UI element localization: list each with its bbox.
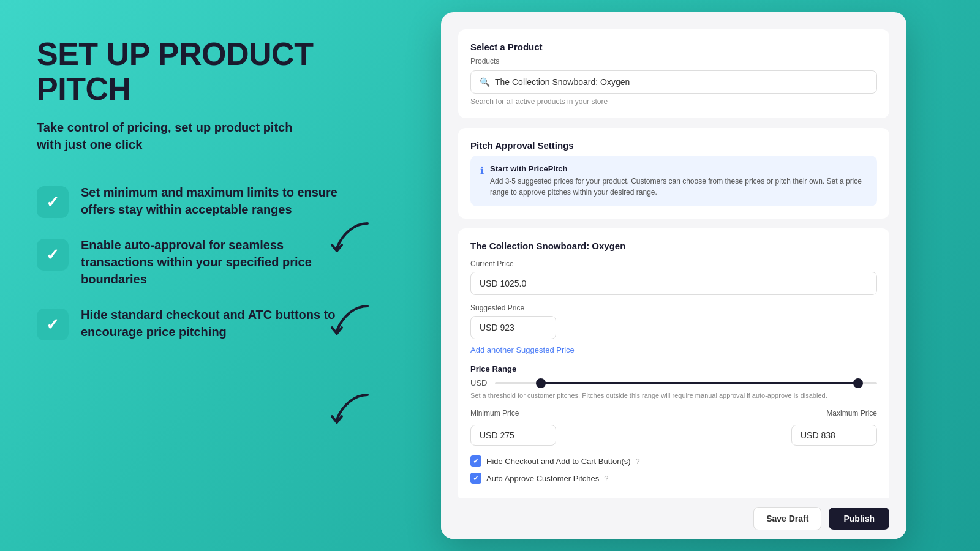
left-panel: SET UP PRODUCT PITCH Take control of pri… bbox=[0, 0, 380, 551]
price-range-label: Price Range bbox=[470, 364, 877, 373]
form-body: Select a Product Products 🔍 The Collecti… bbox=[441, 12, 907, 498]
product-search-hint: Search for all active products in your s… bbox=[470, 97, 877, 106]
price-range-slider[interactable] bbox=[495, 382, 877, 384]
select-product-title: Select a Product bbox=[470, 42, 877, 52]
hide-checkout-check-icon: ✓ bbox=[473, 457, 479, 465]
form-footer: Save Draft Publish bbox=[441, 498, 907, 539]
pitch-approval-title: Pitch Approval Settings bbox=[470, 140, 877, 151]
publish-button[interactable]: Publish bbox=[829, 508, 889, 530]
auto-approve-check-icon: ✓ bbox=[473, 474, 479, 482]
suggested-price-row: USD 923 bbox=[470, 316, 877, 339]
feature-item-checkout: ✓ Hide standard checkout and ATC buttons… bbox=[37, 306, 349, 340]
max-price-column: Maximum Price USD 838 bbox=[791, 409, 877, 446]
arrow-1-icon bbox=[325, 220, 374, 257]
product-search-input[interactable]: 🔍 The Collection Snowboard: Oxygen bbox=[470, 70, 877, 94]
check-box-autoapproval: ✓ bbox=[37, 239, 69, 271]
info-icon: ℹ bbox=[480, 165, 484, 176]
slider-usd-label: USD bbox=[470, 378, 489, 388]
product-search-value: The Collection Snowboard: Oxygen bbox=[495, 77, 630, 87]
slider-hint: Set a threshold for customer pitches. Pi… bbox=[470, 391, 877, 400]
arrow-3-icon bbox=[325, 392, 374, 429]
auto-approve-row: ✓ Auto Approve Customer Pitches ? bbox=[470, 473, 877, 484]
save-draft-button[interactable]: Save Draft bbox=[753, 507, 821, 530]
min-price-label: Minimum Price bbox=[470, 409, 556, 418]
feature-text-checkout: Hide standard checkout and ATC buttons t… bbox=[81, 306, 349, 340]
add-suggested-price-link[interactable]: Add another Suggested Price bbox=[470, 345, 575, 354]
info-banner-text: Add 3-5 suggested prices for your produc… bbox=[490, 176, 867, 198]
page-title: SET UP PRODUCT PITCH bbox=[37, 37, 349, 107]
products-label: Products bbox=[470, 57, 877, 66]
hide-checkout-row: ✓ Hide Checkout and Add to Cart Button(s… bbox=[470, 455, 877, 467]
pitch-approval-section: Pitch Approval Settings ℹ Start with Pri… bbox=[458, 128, 889, 219]
info-banner: ℹ Start with PricePitch Add 3-5 suggeste… bbox=[470, 156, 877, 206]
features-list: ✓ Set minimum and maximum limits to ensu… bbox=[37, 184, 349, 340]
page-subtitle: Take control of pricing, set up product … bbox=[37, 119, 349, 153]
feature-text-autoapproval: Enable auto-approval for seamless transa… bbox=[81, 236, 349, 288]
check-icon-checkout: ✓ bbox=[46, 315, 59, 334]
max-price-input[interactable]: USD 838 bbox=[791, 425, 877, 446]
product-details-name: The Collection Snowboard: Oxygen bbox=[470, 241, 877, 251]
feature-item-limits: ✓ Set minimum and maximum limits to ensu… bbox=[37, 184, 349, 218]
feature-text-limits: Set minimum and maximum limits to ensure… bbox=[81, 184, 349, 218]
auto-approve-checkbox[interactable]: ✓ bbox=[470, 473, 481, 484]
check-box-limits: ✓ bbox=[37, 186, 69, 218]
slider-thumb-left[interactable] bbox=[536, 378, 546, 388]
auto-approve-help-icon[interactable]: ? bbox=[604, 474, 608, 483]
hide-checkout-checkbox[interactable]: ✓ bbox=[470, 455, 481, 467]
hide-checkout-help-icon[interactable]: ? bbox=[636, 457, 640, 466]
right-panel: Select a Product Products 🔍 The Collecti… bbox=[380, 0, 980, 551]
suggested-price-input[interactable]: USD 923 bbox=[470, 316, 556, 339]
select-product-section: Select a Product Products 🔍 The Collecti… bbox=[458, 29, 889, 118]
hide-checkout-label: Hide Checkout and Add to Cart Button(s) bbox=[486, 457, 631, 466]
feature-item-autoapproval: ✓ Enable auto-approval for seamless tran… bbox=[37, 236, 349, 288]
auto-approve-label: Auto Approve Customer Pitches bbox=[486, 474, 599, 483]
min-price-input[interactable]: USD 275 bbox=[470, 425, 556, 446]
min-max-price-row: Minimum Price USD 275 Maximum Price USD … bbox=[470, 409, 877, 446]
current-price-label: Current Price bbox=[470, 260, 877, 268]
search-icon: 🔍 bbox=[480, 77, 490, 87]
arrow-2-icon bbox=[325, 303, 374, 340]
slider-fill bbox=[541, 382, 858, 384]
form-card: Select a Product Products 🔍 The Collecti… bbox=[441, 12, 907, 539]
check-icon-limits: ✓ bbox=[46, 193, 59, 212]
check-icon-autoapproval: ✓ bbox=[46, 246, 59, 264]
slider-thumb-right[interactable] bbox=[853, 378, 863, 388]
product-details-section: The Collection Snowboard: Oxygen Current… bbox=[458, 228, 889, 498]
min-price-column: Minimum Price USD 275 bbox=[470, 409, 556, 446]
suggested-price-label: Suggested Price bbox=[470, 304, 877, 312]
price-range-slider-row: USD bbox=[470, 378, 877, 388]
max-price-label: Maximum Price bbox=[826, 409, 877, 418]
current-price-input[interactable]: USD 1025.0 bbox=[470, 272, 877, 295]
info-banner-title: Start with PricePitch bbox=[490, 164, 867, 173]
info-banner-content: Start with PricePitch Add 3-5 suggested … bbox=[490, 164, 867, 198]
check-box-checkout: ✓ bbox=[37, 309, 69, 340]
